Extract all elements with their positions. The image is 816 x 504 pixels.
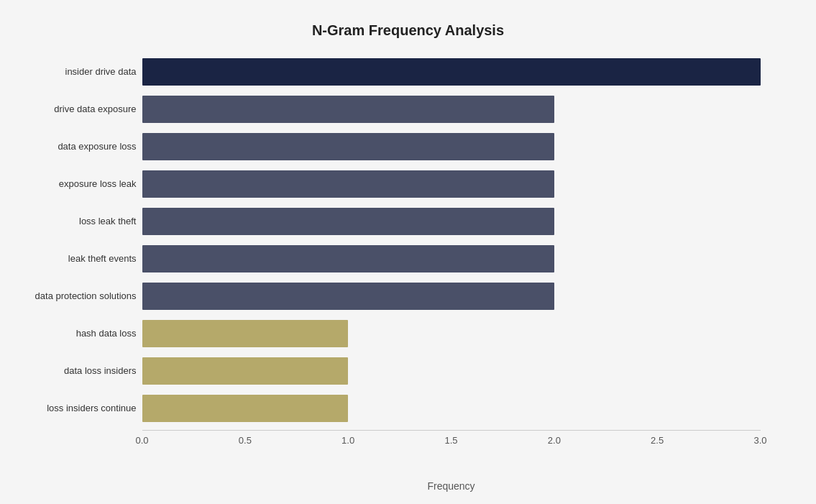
bar-row: loss insiders continue [142, 390, 761, 427]
x-axis-label: Frequency [142, 480, 761, 492]
bar-fill [142, 170, 554, 198]
bar-track [142, 133, 761, 160]
bar-row: hash data loss [142, 315, 761, 352]
bar-fill [142, 395, 349, 422]
bar-row: loss leak theft [142, 203, 761, 240]
bar-label: data loss insiders [20, 365, 137, 376]
bar-row: leak theft events [142, 240, 761, 278]
bar-row: data protection solutions [142, 278, 761, 315]
bar-track [142, 170, 761, 198]
x-tick: 1.0 [341, 435, 354, 446]
bar-label: exposure loss leak [20, 178, 137, 189]
x-tick: 2.5 [651, 435, 664, 446]
bar-track [142, 245, 761, 272]
bar-track [142, 96, 761, 123]
bar-label: data exposure loss [20, 141, 137, 152]
x-tick: 1.5 [444, 435, 457, 446]
bar-fill [142, 96, 554, 123]
bar-fill [142, 58, 761, 86]
bar-fill [142, 133, 554, 160]
bar-label: hash data loss [20, 328, 137, 339]
x-tick: 3.0 [753, 435, 766, 446]
bar-fill [142, 245, 554, 272]
bar-track [142, 320, 761, 347]
bar-row: data exposure loss [142, 128, 761, 165]
chart-inner: insider drive datadrive data exposuredat… [27, 53, 789, 459]
bar-track [142, 208, 761, 235]
bar-label: leak theft events [20, 253, 137, 264]
bar-fill [142, 357, 349, 385]
bar-row: data loss insiders [142, 352, 761, 390]
bar-row: insider drive data [142, 53, 761, 91]
bar-track [142, 283, 761, 310]
chart-container: N-Gram Frequency Analysis insider drive … [13, 8, 804, 497]
bar-fill [142, 208, 554, 235]
bar-track [142, 357, 761, 385]
chart-area: insider drive datadrive data exposuredat… [142, 53, 761, 427]
bar-label: insider drive data [20, 66, 137, 77]
bar-label: loss insiders continue [20, 403, 137, 413]
chart-title: N-Gram Frequency Analysis [27, 22, 789, 39]
bar-label: loss leak theft [20, 216, 137, 226]
x-tick: 0.5 [239, 435, 252, 446]
bar-fill [142, 283, 554, 310]
x-tick: 0.0 [135, 435, 148, 446]
bar-row: drive data exposure [142, 91, 761, 128]
bar-track [142, 395, 761, 422]
bar-row: exposure loss leak [142, 165, 761, 203]
bar-track [142, 58, 761, 86]
x-tick: 2.0 [548, 435, 561, 446]
bar-label: data protection solutions [20, 290, 137, 301]
bar-label: drive data exposure [20, 104, 137, 114]
x-axis: 0.00.51.01.52.02.53.0 [142, 430, 761, 459]
bar-fill [142, 320, 349, 347]
